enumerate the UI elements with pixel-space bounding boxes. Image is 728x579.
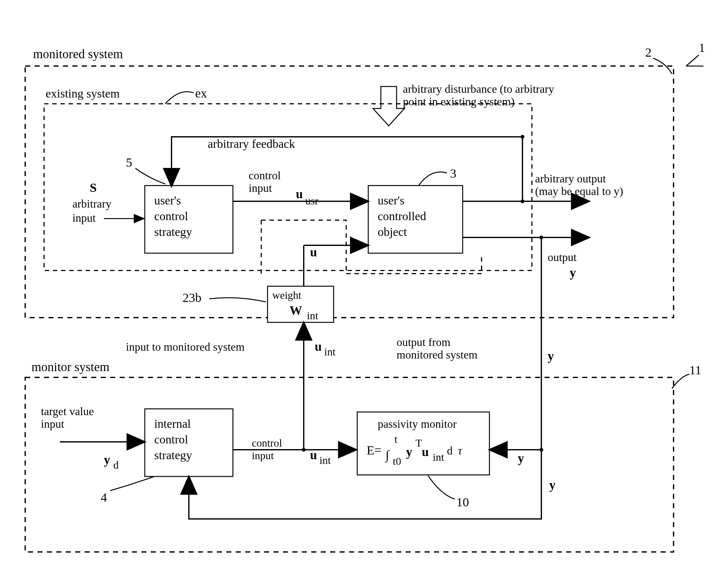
pm-t: t [394,433,397,445]
ucs-l3: strategy [154,225,192,239]
arb-feedback-lbl: arbitrary feedback [208,137,295,150]
uint2-sub: int [319,454,331,466]
pm-d: d [447,444,452,457]
label-23b-arc [209,298,266,302]
arb-input-2: input [72,212,96,224]
pm-tau: τ [458,444,462,457]
target-2: input [41,418,64,430]
yd-y: y [104,452,110,467]
Wint-W: W [290,303,302,317]
pm-T: T [415,437,422,449]
ctrl-inp2-1: control [252,437,282,449]
label-2: 2 [645,45,651,59]
label-1-tick [686,55,703,66]
ucs-l2: control [154,210,188,223]
yd-sub: d [113,459,119,471]
ucs-l1: user's [154,194,181,207]
uco-l2: controlled [378,210,426,223]
uint2-u: u [310,448,317,462]
u-lbl: u [310,245,317,259]
monitor-system-box [25,378,674,552]
label-5-arc [135,168,165,184]
y-lbl: y [570,266,576,280]
ics-l3: strategy [154,448,192,462]
pm-y: y [406,445,412,459]
arb-out-1: arbitrary output [535,172,606,185]
pm-u: u [422,445,429,459]
ics-l1: internal [154,417,191,430]
arb-input-1: arbitrary [72,197,111,210]
y-fb-lbl: y [549,478,555,492]
label-5: 5 [126,155,132,169]
pm-usub: int [433,451,444,463]
label-3: 3 [450,166,457,181]
label-4: 4 [101,490,107,504]
label-10: 10 [457,495,469,509]
label-4-arc [110,476,154,491]
label-11-arc [672,374,689,388]
pm-title: passivity monitor [378,418,457,430]
monitor-system-title: monitor system [31,360,109,374]
target-1: target value [41,405,94,418]
label-23b: 23b [183,291,202,305]
monitored-system-title: monitored system [33,47,123,61]
ctrl-inp2-2: input [252,450,274,461]
disturbance-text-2: point in existing system) [403,95,515,108]
uint-u: u [315,339,322,354]
y-pm-lbl: y [518,451,524,465]
ctrl-input-lbl-2: input [249,182,272,194]
uco-l1: user's [378,194,405,207]
arb-out-2: (may be equal to y) [535,185,623,197]
label-3-arc [419,172,447,186]
output-lbl: output [548,251,577,264]
uint-sub: int [324,346,336,358]
ics-l2: control [154,433,188,446]
pm-E: E= [367,443,382,457]
pm-t0: t0 [393,456,401,467]
label-1: 1 [699,40,705,55]
uusr-u: u [296,187,303,201]
label-ex: ex [195,86,207,100]
uco-l3: object [378,225,407,239]
existing-system-title: existing system [46,87,120,100]
Wint-sub: int [307,310,318,322]
disturbance-arrow [373,86,405,126]
uusr-sub: usr [305,195,318,206]
node-arb-out [521,199,524,203]
ctrl-input-lbl-1: control [249,169,281,182]
label-11: 11 [689,363,702,377]
label-10-arc [428,475,455,499]
weight-lbl: weight [272,290,302,301]
label-ex-arc [165,92,193,104]
input-mon-lbl: input to monitored system [126,340,244,353]
out-mon-2: monitored system [396,349,477,361]
y-mid: y [548,349,554,363]
label-S: S [90,181,97,195]
out-mon-1: output from [396,336,450,349]
disturbance-text-1: arbitrary disturbance (to arbitrary [403,83,554,95]
